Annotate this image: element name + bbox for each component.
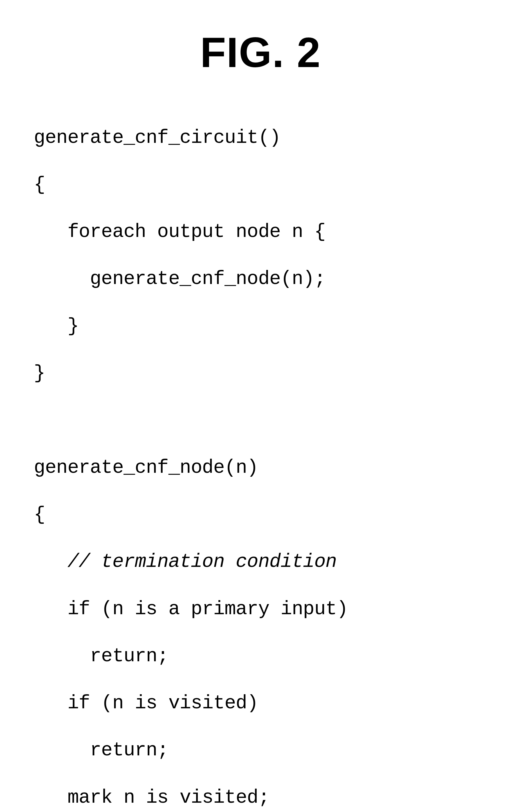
blank-line [34,409,487,432]
code-line: mark n is visited; [34,786,487,810]
code-line: generate_cnf_circuit() [34,126,487,149]
code-line: } [34,362,487,385]
code-line: generate_cnf_node(n) [34,456,487,480]
figure-title: FIG. 2 [34,28,487,77]
code-line: if (n is a primary input) [34,597,487,621]
code-line-comment: // termination condition [34,550,487,574]
code-line: return; [34,644,487,668]
code-line: } [34,315,487,338]
code-line: foreach output node n { [34,220,487,244]
code-line: { [34,173,487,197]
code-line: generate_cnf_node(n); [34,267,487,291]
page: FIG. 2 generate_cnf_circuit() { foreach … [0,0,521,812]
code-line: return; [34,739,487,762]
code-line: if (n is visited) [34,691,487,715]
code-line: { [34,503,487,527]
code-listing: generate_cnf_circuit() { foreach output … [34,102,487,812]
